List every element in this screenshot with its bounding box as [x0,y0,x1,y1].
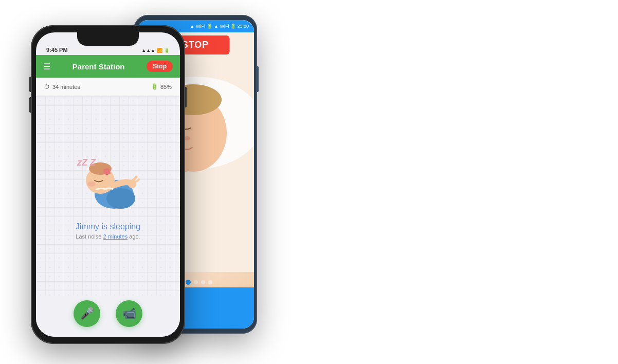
notch [77,32,139,46]
phone2-network-icon: ▲ [190,24,194,29]
phone2-status-icons: ▲ WiFi 🔋 ▲ WiFi 🔋 23:00 [190,24,249,29]
phone1-action-buttons: 🎤 📹 [36,296,180,337]
dot-5 [208,280,212,284]
battery-display: 🔋 85% [151,83,172,90]
timer-value: 34 minutes [52,84,80,90]
sub-header: ⏱ 34 minutes 🔋 85% [36,78,180,96]
phone2-battery-icon: 🔋 [207,24,212,29]
sleeping-status: Jimmy is sleeping Last noise 2 minutes a… [76,222,140,240]
phone1-main-content: zZ Z [36,96,180,296]
dot-2-active [186,280,191,285]
phone1-device: 9:45 PM ▲▲▲ 📶 🔋 ☰ Parent Station Stop [31,25,185,344]
last-noise-text: Last noise 2 minutes ago. [76,233,140,240]
header-stop-button[interactable]: Stop [147,61,173,72]
dot-4 [201,280,205,284]
dot-3 [194,280,198,284]
phone1-wifi-icon: 📶 [157,48,162,53]
phone2-time: ▲ WiFi 🔋 23:00 [214,24,249,29]
phone1-screen: 9:45 PM ▲▲▲ 📶 🔋 ☰ Parent Station Stop [36,32,180,337]
app-header: ☰ Parent Station Stop [36,55,180,78]
menu-icon[interactable]: ☰ [43,62,50,71]
clock-icon: ⏱ [44,84,50,90]
phones-container: ▲ WiFi 🔋 ▲ WiFi 🔋 23:00 STOP [31,15,319,349]
phone2-power-button [257,66,259,92]
noise-time-link[interactable]: 2 minutes [103,233,128,240]
noise-prefix: Last noise [76,233,101,240]
phone1-status-icons: ▲▲▲ 📶 🔋 [141,48,170,53]
phone1-volume-down [29,97,31,113]
timer-display: ⏱ 34 minutes [44,84,80,90]
battery-percentage: 85% [160,84,172,90]
camera-icon: 📹 [122,307,136,320]
microphone-button[interactable]: 🎤 [74,300,100,327]
phone1-time: 9:45 PM [46,47,68,53]
phone2-wifi-icon: WiFi [196,24,205,29]
noise-suffix: ago. [129,233,140,240]
battery-icon: 🔋 [151,83,158,90]
app-title: Parent Station [72,62,125,71]
phone1-shell: 9:45 PM ▲▲▲ 📶 🔋 ☰ Parent Station Stop [31,25,185,344]
phone1-battery-icon: 🔋 [164,48,170,53]
phone1-signal-icon: ▲▲▲ [141,48,155,53]
svg-point-13 [87,181,96,187]
phone1-power-button [185,87,187,107]
svg-point-7 [106,188,135,209]
camera-button[interactable]: 📹 [116,300,142,327]
jimmy-status-text: Jimmy is sleeping [76,222,140,231]
phone1-volume-up [29,77,31,92]
baby-illustration: zZ Z [72,152,144,214]
zzz-indicator: zZ Z [77,157,96,168]
mic-icon: 🎤 [80,307,94,320]
